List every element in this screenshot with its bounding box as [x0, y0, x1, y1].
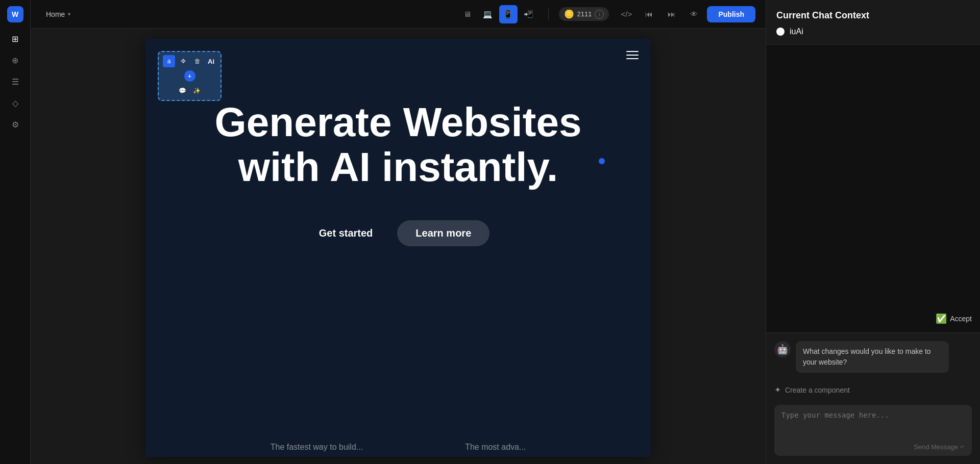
mobile-device-btn[interactable]: 📲	[520, 5, 538, 23]
toolbar-add-btn[interactable]: +	[184, 70, 195, 82]
send-message-button[interactable]: Send Message ↵	[914, 443, 965, 451]
chat-area: 🤖 What changes would you like to make to…	[766, 332, 980, 464]
move-icon: ✥	[181, 58, 186, 65]
app-logo[interactable]: W	[7, 6, 23, 22]
settings-icon: ⚙	[12, 120, 19, 130]
credits-count: 2111	[577, 10, 592, 18]
toolbar-magic-btn[interactable]: ✨	[191, 85, 203, 97]
laptop-icon: 💻	[483, 10, 493, 19]
canvas-area: a ✥ 🗑 Ai + 💬	[31, 29, 766, 464]
top-bar-right: </> ⏮ ⏭ 👁 Publish	[617, 5, 755, 23]
redo-icon: ⏭	[668, 10, 675, 18]
undo-icon: ⏮	[645, 10, 653, 18]
device-icons: 🖥 💻 📱 📲	[458, 5, 538, 23]
accept-row: ✅ Accept	[936, 313, 972, 324]
toolbar-move-btn[interactable]: ✥	[177, 55, 189, 67]
code-icon: </>	[621, 10, 632, 18]
toolbar-add-row: +	[184, 70, 195, 82]
chevron-down-icon: ▾	[68, 11, 70, 17]
context-dot	[776, 28, 785, 36]
comment-icon: 💬	[179, 87, 186, 94]
add-section-icon: ⊕	[12, 56, 18, 65]
trash-icon: 🗑	[194, 58, 201, 65]
hero-buttons: Get started Learn more	[307, 220, 490, 246]
credits-badge[interactable]: 🪙 2111 i	[559, 7, 609, 21]
publish-button[interactable]: Publish	[707, 6, 755, 22]
diamond-icon: ◇	[12, 98, 18, 108]
toolbar-comment-btn[interactable]: 💬	[177, 85, 189, 97]
hero-bottom-text: The fastest way to build... The most adv…	[145, 426, 651, 457]
context-item: iuAi	[776, 27, 970, 36]
hero-dot	[599, 158, 605, 164]
accept-button[interactable]: ✅ Accept	[936, 313, 972, 324]
enter-icon: ↵	[960, 444, 965, 450]
layers-icon: ☰	[12, 77, 19, 87]
credits-icon: 🪙	[564, 9, 574, 19]
text-icon: a	[167, 58, 171, 65]
preview-btn[interactable]: 👁	[684, 5, 703, 23]
send-label: Send Message	[914, 443, 958, 451]
chat-message: 🤖 What changes would you like to make to…	[774, 341, 972, 373]
bot-avatar: 🤖	[774, 341, 791, 357]
main-area: Home ▾ 🖥 💻 📱 📲 🪙 2111 i	[31, 0, 766, 464]
left-sidebar: W ⊞ ⊕ ☰ ◇ ⚙	[0, 0, 31, 464]
accept-label: Accept	[950, 315, 972, 323]
magic-icon: ✨	[193, 87, 201, 94]
chat-bubble: What changes would you like to make to y…	[796, 341, 949, 373]
get-started-button[interactable]: Get started	[307, 220, 385, 246]
canvas-preview: ✅ Accept	[766, 45, 980, 332]
chat-input[interactable]	[781, 411, 965, 419]
desktop-icon: 🖥	[463, 10, 471, 18]
toolbar-bottom-row: 💬 ✨	[177, 85, 203, 97]
eye-icon: 👁	[690, 10, 698, 18]
element-toolbar[interactable]: a ✥ 🗑 Ai + 💬	[158, 51, 222, 101]
sidebar-item-pages[interactable]: ⊞	[6, 30, 24, 48]
top-bar: Home ▾ 🖥 💻 📱 📲 🪙 2111 i	[31, 0, 766, 29]
context-name: iuAi	[790, 27, 803, 36]
toolbar-top-row: a ✥ 🗑 Ai	[163, 55, 216, 67]
check-badge-icon: ✅	[936, 313, 947, 324]
context-title: Current Chat Context	[776, 10, 970, 21]
info-icon[interactable]: i	[595, 10, 604, 19]
desktop-device-btn[interactable]: 🖥	[458, 5, 477, 23]
create-component-row[interactable]: ✦ Create a component	[774, 381, 972, 399]
sparkle-icon: ✦	[774, 385, 781, 395]
sidebar-item-settings[interactable]: ⚙	[6, 115, 24, 134]
sidebar-item-diamond[interactable]: ◇	[6, 94, 24, 112]
mobile-icon: 📲	[524, 10, 533, 19]
pages-icon: ⊞	[12, 34, 18, 44]
laptop-device-btn[interactable]: 💻	[479, 5, 497, 23]
chat-input-area: Send Message ↵	[774, 405, 972, 456]
hero-title: Generate Websites with AI instantly.	[176, 100, 620, 190]
right-panel: Current Chat Context iuAi ✅ Accept 🤖 Wha…	[766, 0, 980, 464]
bottom-text-1: The fastest way to build...	[271, 426, 363, 452]
tablet-icon: 📱	[503, 10, 513, 19]
redo-btn[interactable]: ⏭	[662, 5, 680, 23]
code-view-btn[interactable]: </>	[617, 5, 635, 23]
home-label: Home	[46, 10, 65, 18]
bottom-text-2: The most adva...	[465, 426, 526, 452]
create-component-label: Create a component	[785, 386, 850, 394]
toolbar-text-btn[interactable]: a	[163, 55, 175, 67]
tablet-device-btn[interactable]: 📱	[499, 5, 518, 23]
divider	[548, 8, 549, 20]
toolbar-element-label: Ai	[206, 57, 216, 66]
learn-more-button[interactable]: Learn more	[397, 220, 489, 246]
undo-btn[interactable]: ⏮	[640, 5, 658, 23]
toolbar-delete-btn[interactable]: 🗑	[191, 55, 204, 67]
sidebar-item-add-section[interactable]: ⊕	[6, 51, 24, 69]
home-button[interactable]: Home ▾	[41, 7, 76, 21]
sidebar-item-layers[interactable]: ☰	[6, 72, 24, 91]
chat-context-header: Current Chat Context iuAi	[766, 0, 980, 45]
canvas-frame[interactable]: a ✥ 🗑 Ai + 💬	[145, 39, 651, 457]
